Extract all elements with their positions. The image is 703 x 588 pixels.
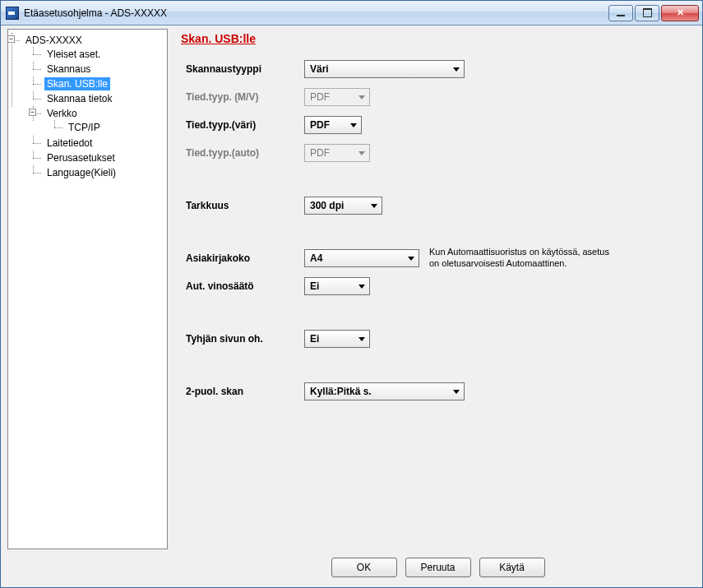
settings-panel: Skan. USB:lle Skannaustyyppi Väri Tied.t…	[176, 29, 696, 549]
row-doc-size: Asiakirjakoko A4 Kun Automaattisuoristus…	[181, 246, 686, 271]
minimize-button[interactable]	[608, 5, 633, 21]
label-filetype-color: Tied.tyyp.(väri)	[181, 119, 304, 131]
row-duplex: 2-puol. skan Kyllä:Pitkä s.	[181, 379, 686, 404]
select-auto-deskew[interactable]: Ei	[304, 277, 370, 295]
row-filetype-bw: Tied.tyyp. (M/V) PDF	[181, 85, 686, 109]
close-button[interactable]	[661, 5, 699, 21]
client-area: − ADS-XXXXX Yleiset aset. Skannaus Skan.…	[1, 25, 702, 587]
row-filetype-auto: Tied.tyyp.(auto) PDF	[181, 141, 686, 165]
tree-item-language[interactable]: Language(Kieli)	[33, 165, 165, 180]
tree-item-scan-pc[interactable]: Skannaa tietok	[33, 91, 165, 106]
tree-root-label[interactable]: ADS-XXXXX	[23, 34, 85, 47]
label-doc-size: Asiakirjakoko	[181, 252, 304, 264]
app-window: Etäasetusohjelma - ADS-XXXXX − ADS-XXXXX…	[0, 0, 703, 588]
select-doc-size[interactable]: A4	[304, 249, 419, 267]
titlebar[interactable]: Etäasetusohjelma - ADS-XXXXX	[1, 1, 702, 25]
label-scan-type: Skannaustyyppi	[181, 63, 304, 75]
app-icon	[6, 7, 19, 20]
select-scan-type[interactable]: Väri	[304, 60, 465, 78]
select-filetype-auto: PDF	[304, 144, 370, 162]
tree-item-deviceinfo[interactable]: Laitetiedot	[33, 136, 165, 150]
select-duplex[interactable]: Kyllä:Pitkä s.	[304, 382, 465, 400]
tree-item-general[interactable]: Yleiset aset.	[33, 47, 165, 62]
row-scan-type: Skannaustyyppi Väri	[181, 57, 686, 81]
tree-item-network[interactable]: − Verkko TCP/IP	[33, 106, 165, 136]
row-auto-deskew: Aut. vinosäätö Ei	[181, 274, 686, 299]
tree-item-tcpip[interactable]: TCP/IP	[54, 120, 165, 135]
tree-toggle-icon[interactable]: −	[29, 109, 36, 116]
select-filetype-bw: PDF	[304, 88, 370, 106]
note-doc-size: Kun Automaattisuoristus on käytössä, ase…	[429, 247, 618, 270]
label-auto-deskew: Aut. vinosäätö	[181, 280, 304, 292]
row-resolution: Tarkkuus 300 dpi	[181, 193, 686, 218]
page-title: Skan. USB:lle	[181, 32, 686, 45]
tree-root[interactable]: − ADS-XXXXX Yleiset aset. Skannaus Skan.…	[12, 33, 165, 181]
dialog-buttons: OK Peruuta Käytä	[7, 549, 696, 581]
tree-item-scan[interactable]: Skannaus	[33, 62, 165, 76]
nav-tree[interactable]: − ADS-XXXXX Yleiset aset. Skannaus Skan.…	[7, 29, 168, 549]
tree-toggle-icon[interactable]: −	[7, 35, 15, 43]
window-controls	[608, 5, 699, 21]
label-filetype-bw: Tied.tyyp. (M/V)	[181, 91, 304, 103]
maximize-button[interactable]	[635, 5, 659, 21]
apply-button[interactable]: Käytä	[479, 558, 545, 577]
label-duplex: 2-puol. skan	[181, 386, 304, 397]
ok-button[interactable]: OK	[331, 558, 397, 577]
tree-item-scan-usb[interactable]: Skan. USB:lle	[33, 76, 165, 91]
row-filetype-color: Tied.tyyp.(väri) PDF	[181, 113, 686, 137]
select-filetype-color[interactable]: PDF	[304, 116, 362, 134]
cancel-button[interactable]: Peruuta	[405, 558, 471, 577]
tree-item-basic[interactable]: Perusasetukset	[33, 150, 165, 165]
row-skip-blank: Tyhjän sivun oh. Ei	[181, 326, 686, 351]
select-skip-blank[interactable]: Ei	[304, 330, 370, 348]
label-filetype-auto: Tied.tyyp.(auto)	[181, 147, 304, 159]
select-resolution[interactable]: 300 dpi	[304, 197, 382, 215]
label-resolution: Tarkkuus	[181, 200, 304, 211]
window-title: Etäasetusohjelma - ADS-XXXXX	[24, 7, 608, 19]
label-skip-blank: Tyhjän sivun oh.	[181, 333, 304, 345]
